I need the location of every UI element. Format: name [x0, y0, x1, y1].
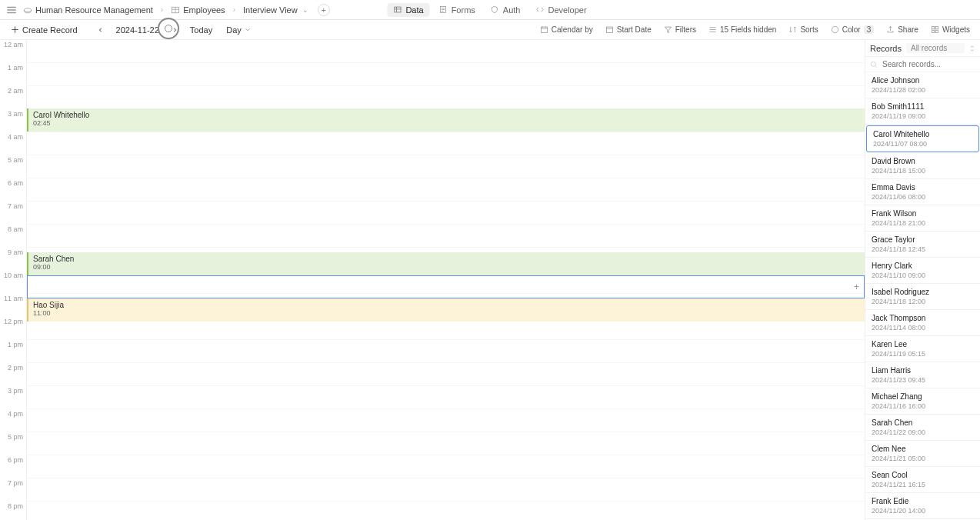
start-date-label: Start Date [617, 25, 652, 34]
sorts-label: Sorts [800, 25, 818, 34]
svg-rect-4 [541, 27, 547, 33]
create-record-dropdown[interactable] [82, 25, 90, 35]
forms-icon [439, 5, 448, 15]
tab-auth[interactable]: Auth [485, 3, 527, 17]
widgets-button[interactable]: Widgets [927, 23, 974, 36]
filters-button[interactable]: Filters [660, 23, 700, 36]
hour-row[interactable] [27, 432, 865, 455]
record-item[interactable]: Frank Wilson2024/11/18 21:00 [865, 205, 980, 232]
breadcrumb-sep: › [161, 5, 163, 14]
next-button[interactable] [168, 24, 181, 36]
record-item[interactable]: Henry Clark2024/11/10 09:00 [865, 258, 980, 284]
record-date: 2024/11/28 02:00 [872, 86, 974, 94]
add-view-button[interactable]: + [318, 4, 330, 16]
menu-icon[interactable] [6, 5, 17, 15]
svg-rect-8 [935, 26, 938, 28]
record-item[interactable]: Jack Thompson2024/11/14 08:00 [865, 310, 980, 336]
record-name: Carol Whitehello [873, 130, 972, 138]
record-item[interactable]: Sean Cool2024/11/21 16:15 [865, 467, 980, 493]
breadcrumb-view[interactable]: Interview View ⌄ [240, 4, 312, 16]
auth-icon [491, 5, 500, 15]
hour-row[interactable] [27, 363, 865, 386]
record-name: Frank Wilson [872, 209, 974, 218]
selected-time-slot[interactable]: + [27, 275, 865, 298]
record-item[interactable]: Isabel Rodriguez2024/11/18 12:00 [865, 284, 980, 310]
share-button[interactable]: Share [882, 23, 922, 36]
record-item[interactable]: Sarah Chen2024/11/22 09:00 [865, 415, 980, 441]
record-item[interactable]: Frank Edie2024/11/20 14:00 [865, 493, 980, 519]
tab-label: Forms [452, 5, 475, 15]
record-item[interactable]: Alice Johnson2024/11/28 02:00 [865, 72, 980, 98]
records-sort-icon[interactable] [969, 45, 975, 52]
search-input[interactable] [881, 58, 980, 70]
calendar-event[interactable]: Sarah Chen09:00 [27, 252, 865, 275]
create-record-button[interactable]: Create Record [6, 23, 82, 37]
hour-row[interactable] [27, 340, 865, 363]
today-button[interactable]: Today [185, 23, 217, 37]
prev-button[interactable] [95, 24, 107, 36]
time-label: 11 am [4, 295, 23, 302]
time-label: 4 pm [8, 410, 23, 418]
record-item[interactable]: Carol Whitehello2024/11/07 08:00 [866, 125, 979, 152]
calendar-day-view[interactable]: 12 am1 am2 am3 am4 am5 am6 am7 am8 am9 a… [0, 40, 865, 520]
record-name: Karen Lee [872, 340, 974, 348]
record-name: Emma Davis [872, 183, 974, 192]
create-record-label: Create Record [22, 25, 78, 35]
svg-rect-7 [932, 26, 934, 28]
record-item[interactable]: David Brown2024/11/18 15:00 [865, 153, 980, 179]
record-item[interactable]: Bob Smith11112024/11/19 09:00 [865, 98, 980, 125]
hour-row[interactable] [27, 478, 865, 502]
color-button[interactable]: Color 3 [827, 23, 878, 36]
hour-row[interactable] [27, 178, 865, 202]
tab-forms[interactable]: Forms [433, 3, 482, 17]
start-date-button[interactable]: Start Date [602, 23, 655, 36]
record-item[interactable]: Emma Davis2024/11/06 08:00 [865, 179, 980, 205]
hour-row[interactable] [27, 386, 865, 409]
record-item[interactable]: Clem Nee2024/11/21 05:00 [865, 441, 980, 467]
record-name: Sarah Chen [872, 418, 974, 427]
tab-developer[interactable]: Developer [529, 3, 592, 17]
record-item[interactable]: Liam Harris2024/11/23 09:45 [865, 362, 980, 388]
record-item[interactable]: Michael Zhang2024/11/16 16:00 [865, 388, 980, 415]
hour-row[interactable] [27, 409, 865, 432]
widgets-label: Widgets [942, 25, 970, 34]
hour-row[interactable] [27, 502, 865, 520]
tab-label: Auth [503, 5, 521, 15]
hour-row[interactable] [27, 202, 865, 225]
record-name: Liam Harris [872, 366, 974, 375]
hour-row[interactable] [27, 40, 865, 63]
current-date[interactable]: 2024-11-22 [112, 23, 164, 37]
fields-hidden-label: 15 Fields hidden [720, 25, 776, 34]
record-item[interactable]: Grace Taylor2024/11/18 12:45 [865, 232, 980, 258]
hour-row[interactable] [27, 155, 865, 178]
time-label: 6 pm [8, 456, 23, 464]
record-date: 2024/11/18 15:00 [872, 167, 974, 175]
view-mode-label: Day [226, 25, 242, 35]
svg-point-11 [871, 62, 875, 66]
record-name: Jack Thompson [872, 314, 974, 322]
calendar-by-button[interactable]: Calendar by [536, 23, 597, 36]
calendar-event[interactable]: Hao Sijia11:00 [27, 298, 865, 322]
breadcrumb-base[interactable]: Human Resource Management [20, 4, 156, 16]
hour-row[interactable] [27, 455, 865, 478]
event-time: 11:00 [33, 309, 860, 317]
calendar-event[interactable]: Carol Whitehello02:45 [27, 108, 865, 132]
sorts-button[interactable]: Sorts [785, 23, 822, 36]
fields-hidden-button[interactable]: 15 Fields hidden [705, 23, 780, 36]
add-event-icon[interactable]: + [854, 282, 859, 292]
time-label: 5 pm [8, 433, 23, 441]
tab-data[interactable]: Data [387, 3, 429, 17]
records-filter[interactable]: All records [906, 43, 965, 53]
time-label: 2 pm [8, 364, 23, 372]
record-item[interactable]: Karen Lee2024/11/19 05:15 [865, 336, 980, 362]
record-name: Michael Zhang [872, 392, 974, 401]
hour-row[interactable] [27, 225, 865, 248]
breadcrumb-table[interactable]: Employees [168, 4, 228, 16]
hour-row[interactable] [27, 63, 865, 86]
record-name: David Brown [872, 157, 974, 165]
chevron-down-icon: ⌄ [302, 6, 308, 14]
event-title: Carol Whitehello [33, 111, 860, 119]
hour-row[interactable] [27, 132, 865, 155]
hour-row[interactable] [27, 86, 865, 109]
view-mode-select[interactable]: Day [222, 23, 255, 37]
